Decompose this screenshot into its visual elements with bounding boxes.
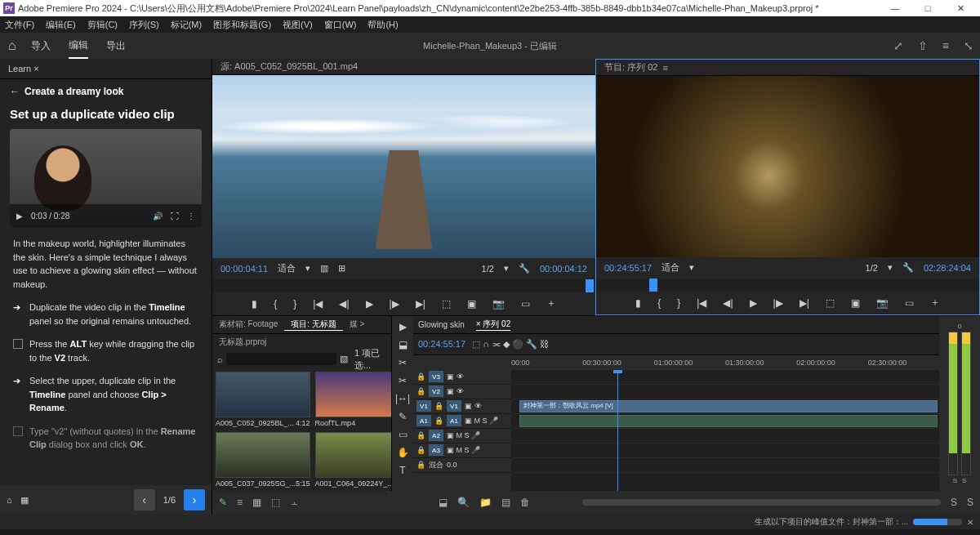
- resolution[interactable]: 1/2: [482, 264, 494, 274]
- minimize-button[interactable]: —: [879, 3, 911, 13]
- export-frame-icon[interactable]: 📷: [492, 298, 505, 310]
- goto-in-icon[interactable]: |◀: [313, 298, 323, 310]
- new-bin-icon[interactable]: 📁: [479, 497, 492, 508]
- menu-graphics[interactable]: 图形和标题(G): [213, 19, 271, 31]
- home-icon[interactable]: ⌂: [8, 38, 16, 53]
- panel-menu-icon[interactable]: ≡: [662, 63, 667, 73]
- goto-out-icon[interactable]: ▶|: [416, 298, 425, 310]
- mark-in-icon[interactable]: {: [657, 297, 661, 309]
- tab-bin[interactable]: 素材箱: Footage: [212, 319, 284, 330]
- comparison-icon[interactable]: ▭: [905, 297, 914, 309]
- project-clip[interactable]: RoofTL.mp40:06: [315, 372, 391, 427]
- source-scrubber[interactable]: [212, 279, 595, 292]
- timeline-zoom-scrollbar[interactable]: [582, 499, 941, 506]
- lock-icon[interactable]: 🔒: [434, 417, 443, 425]
- cancel-icon[interactable]: ✕: [967, 518, 973, 527]
- tab-import[interactable]: 导入: [31, 34, 51, 58]
- menu-edit[interactable]: 编辑(E): [46, 19, 76, 31]
- project-clip[interactable]: A005_C052_0925BL_...4:12: [216, 372, 310, 427]
- track-label[interactable]: V2: [429, 386, 443, 397]
- zoom-fit[interactable]: 适合: [662, 261, 679, 274]
- menu-help[interactable]: 帮助(H): [368, 19, 398, 31]
- home-footer-icon[interactable]: ⌂: [7, 495, 12, 505]
- video-clip[interactable]: 封神第一部：朝歌风云.mp4 [V]: [519, 400, 938, 412]
- button-editor-icon[interactable]: ＋: [546, 296, 556, 310]
- menu-clip[interactable]: 剪辑(C): [87, 19, 118, 31]
- step-fwd-icon[interactable]: |▶: [773, 297, 783, 309]
- insert-icon[interactable]: ⬚: [442, 298, 451, 310]
- source-in-tc[interactable]: 00:00:04:11: [220, 264, 268, 274]
- menu-file[interactable]: 文件(F): [5, 19, 34, 31]
- clip-thumbnail[interactable]: [216, 372, 310, 417]
- lesson-breadcrumb[interactable]: Create a dreamy look: [24, 86, 123, 97]
- lock-icon[interactable]: 🔒: [416, 387, 425, 395]
- clip-thumbnail[interactable]: [315, 372, 391, 417]
- playhead[interactable]: [617, 370, 618, 491]
- solo-icon[interactable]: S: [967, 497, 973, 508]
- track-label[interactable]: V1: [447, 400, 461, 412]
- source-canvas[interactable]: [212, 75, 595, 258]
- lock-icon[interactable]: 🔒: [416, 446, 425, 454]
- project-clip[interactable]: A001_C064_09224Y_...2:08: [315, 432, 391, 488]
- goto-in-icon[interactable]: |◀: [697, 297, 706, 309]
- slip-tool-icon[interactable]: |↔|: [395, 393, 410, 404]
- menu-view[interactable]: 视图(V): [283, 19, 313, 31]
- program-in-tc[interactable]: 00:24:55:17: [604, 263, 652, 273]
- tab-export[interactable]: 导出: [106, 34, 126, 58]
- more-icon[interactable]: ⋮: [187, 212, 195, 221]
- play-icon[interactable]: ▶: [750, 297, 757, 309]
- comparison-icon[interactable]: ▭: [521, 298, 530, 310]
- add-marker-icon[interactable]: ▮: [635, 297, 641, 309]
- volume-icon[interactable]: 🔊: [153, 212, 163, 221]
- share-icon[interactable]: ⇧: [918, 39, 928, 52]
- icon-view-icon[interactable]: ▦: [252, 497, 261, 508]
- new-item-icon[interactable]: ▤: [501, 497, 510, 508]
- source-out-tc[interactable]: 00:00:04:12: [540, 264, 587, 274]
- program-scrubber[interactable]: [596, 279, 979, 292]
- lock-icon[interactable]: 🔒: [416, 461, 425, 469]
- find-icon[interactable]: 🔍: [457, 497, 470, 508]
- settings-icon[interactable]: 🔧: [519, 263, 530, 274]
- panel-menu-icon[interactable]: ≡: [942, 39, 949, 52]
- sort-icon[interactable]: ⫠: [290, 497, 300, 508]
- search-input[interactable]: [226, 353, 336, 365]
- pen-color-icon[interactable]: ✎: [219, 497, 227, 508]
- list-view-icon[interactable]: ≡: [237, 497, 243, 508]
- timeline-tracks[interactable]: 封神第一部：朝歌风云.mp4 [V]: [511, 370, 939, 491]
- learn-footer-icon[interactable]: ▦: [20, 495, 29, 506]
- timeline-tc[interactable]: 00:24:55:17: [418, 339, 466, 349]
- menu-marker[interactable]: 标记(M): [171, 19, 203, 31]
- vr-icon[interactable]: ⊞: [338, 263, 345, 274]
- tab-sequence-02[interactable]: × 序列 02: [476, 319, 511, 331]
- learn-tab[interactable]: Learn ×: [0, 59, 212, 79]
- track-label[interactable]: V3: [429, 371, 443, 382]
- close-icon[interactable]: ×: [33, 64, 38, 74]
- lift-icon[interactable]: ⬚: [826, 297, 835, 309]
- tab-edit[interactable]: 编辑: [69, 33, 88, 59]
- audio-clip[interactable]: [519, 415, 938, 427]
- extract-icon[interactable]: ▣: [851, 297, 860, 309]
- add-marker-icon[interactable]: ▮: [252, 298, 257, 310]
- menu-sequence[interactable]: 序列(S): [129, 19, 159, 31]
- program-canvas[interactable]: [596, 76, 979, 257]
- rectangle-tool-icon[interactable]: ▭: [399, 429, 408, 440]
- step-back-icon[interactable]: ◀|: [723, 297, 733, 309]
- clip-thumbnail[interactable]: [315, 432, 391, 478]
- button-editor-icon[interactable]: ＋: [930, 296, 940, 310]
- program-out-tc[interactable]: 02:28:24:04: [924, 263, 971, 273]
- type-tool-icon[interactable]: T: [399, 465, 405, 476]
- settings-icon[interactable]: 🔧: [902, 262, 914, 273]
- pen-tool-icon[interactable]: ✎: [399, 411, 407, 422]
- hand-tool-icon[interactable]: ✋: [397, 447, 409, 458]
- clip-thumbnail[interactable]: [216, 432, 310, 478]
- tutorial-video[interactable]: ▶ 0:03 / 0:28 🔊 ⛶ ⋮: [10, 129, 202, 227]
- overwrite-icon[interactable]: ▣: [467, 298, 476, 310]
- checkbox[interactable]: [13, 339, 23, 349]
- razor-tool-icon[interactable]: ✂: [399, 375, 407, 386]
- play-icon[interactable]: ▶: [366, 298, 373, 310]
- freeform-view-icon[interactable]: ⬚: [271, 497, 280, 508]
- mark-out-icon[interactable]: }: [677, 297, 680, 309]
- mark-in-icon[interactable]: {: [274, 298, 277, 310]
- ripple-edit-tool-icon[interactable]: ✂: [399, 357, 407, 368]
- next-button[interactable]: ›: [184, 489, 205, 510]
